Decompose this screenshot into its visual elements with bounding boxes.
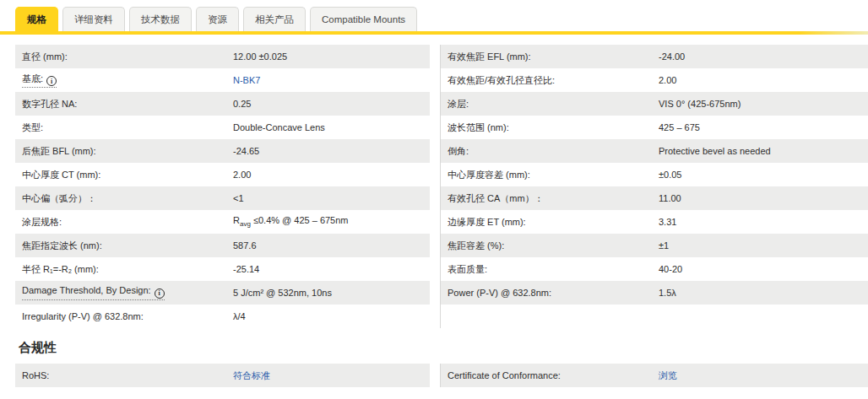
tab-label: 相关产品: [255, 14, 294, 24]
tab-details[interactable]: 详细资料: [62, 7, 125, 31]
spec-value: VIS 0° (425-675nm): [659, 99, 868, 109]
spec-label: 表面质量:: [448, 264, 487, 274]
spec-value: <1: [233, 193, 430, 203]
spec-label-wrap: Damage Threshold, By Design:i: [22, 285, 233, 300]
column-gap: [430, 116, 440, 139]
spec-label: 倒角:: [448, 146, 469, 156]
spec-cell-left: 直径 (mm): 12.00 ±0.025: [15, 45, 430, 68]
spec-label: 有效孔径 CA（mm）：: [448, 193, 544, 203]
spec-label: 中心偏（弧分）：: [22, 193, 96, 203]
tab-related-products[interactable]: 相关产品: [243, 7, 306, 31]
spec-label: 波长范围 (nm):: [448, 122, 509, 132]
spec-label-wrap: 中心厚度容差 (mm):: [448, 169, 659, 181]
column-gap: [430, 163, 440, 186]
spec-label-wrap: 基底:i: [22, 73, 233, 89]
spec-label: 有效焦距/有效孔径直径比:: [448, 75, 555, 85]
spec-value: -25.14: [233, 264, 430, 274]
column-gap: [430, 210, 440, 234]
spec-label: 类型:: [22, 122, 43, 132]
spec-cell-right: 涂层: VIS 0° (425-675nm): [440, 92, 868, 116]
spec-label-wrap: 边缘厚度 ET (mm):: [448, 216, 659, 229]
table-row: 后焦距 BFL (mm): -24.65 倒角: Protective beve…: [15, 139, 868, 163]
tab-label: 技术数据: [141, 14, 180, 24]
spec-cell-left: RoHS: 符合标准: [15, 364, 430, 387]
spec-value-link[interactable]: 浏览: [659, 369, 868, 382]
column-gap: [430, 68, 440, 92]
spec-value: ±0.05: [659, 170, 868, 180]
spec-value: λ/4: [233, 311, 430, 321]
spec-cell-right: 表面质量: 40-20: [440, 257, 868, 281]
spec-label: 焦距指定波长 (nm):: [22, 240, 102, 251]
spec-label: 焦距容差 (%):: [448, 240, 504, 251]
spec-label-wrap: 后焦距 BFL (mm):: [22, 145, 233, 158]
info-icon[interactable]: i: [46, 76, 57, 86]
spec-label: 后焦距 BFL (mm):: [22, 146, 96, 156]
column-gap: [430, 45, 440, 68]
spec-label: 有效焦距 EFL (mm):: [448, 51, 531, 62]
tab-compatible-mounts[interactable]: Compatible Mounts: [310, 7, 417, 31]
spec-label: 直径 (mm):: [22, 51, 68, 62]
column-gap: [430, 92, 440, 116]
spec-label-wrap: 波长范围 (nm):: [448, 121, 659, 134]
spec-label-wrap: 倒角:: [448, 145, 659, 158]
tab-label: Compatible Mounts: [322, 14, 405, 24]
spec-label-wrap: 中心厚度 CT (mm):: [22, 169, 233, 181]
spec-label-wrap: 有效孔径 CA（mm）：: [448, 192, 659, 205]
spec-cell-right: 有效焦距 EFL (mm): -24.00: [440, 45, 868, 68]
spec-cell-left: 数字孔径 NA: 0.25: [15, 92, 430, 116]
spec-cell-left: 焦距指定波长 (nm): 587.6: [15, 234, 430, 257]
spec-label-wrap: Power (P-V) @ 632.8nm:: [448, 288, 659, 298]
spec-label: RoHS:: [22, 370, 49, 380]
spec-label-wrap: 焦距容差 (%):: [448, 240, 659, 252]
table-row: 数字孔径 NA: 0.25 涂层: VIS 0° (425-675nm): [15, 92, 868, 116]
spec-cell-left: 后焦距 BFL (mm): -24.65: [15, 139, 430, 163]
spec-cell-right: Power (P-V) @ 632.8nm: 1.5λ: [440, 281, 868, 305]
spec-value: 425 – 675: [659, 122, 868, 132]
spec-label-wrap: 类型:: [22, 121, 233, 134]
table-row: 基底:i N-BK7 有效焦距/有效孔径直径比: 2.00: [15, 68, 868, 92]
spec-label-wrap: Irregularity (P-V) @ 632.8nm:: [22, 311, 233, 321]
spec-label: 中心厚度容差 (mm):: [448, 170, 530, 180]
spec-value: 11.00: [659, 193, 868, 203]
tab-label: 资源: [208, 14, 227, 24]
spec-value-link[interactable]: 符合标准: [233, 369, 430, 382]
spec-value-link[interactable]: N-BK7: [233, 75, 430, 85]
tab-resources[interactable]: 资源: [196, 7, 239, 31]
table-row: 直径 (mm): 12.00 ±0.025 有效焦距 EFL (mm): -24…: [15, 45, 868, 68]
spec-value: 3.31: [659, 217, 868, 227]
spec-cell-right: 中心厚度容差 (mm): ±0.05: [440, 163, 868, 186]
spec-value: Protective bevel as needed: [659, 146, 868, 156]
spec-value: Ravg ≤0.4% @ 425 – 675nm: [233, 215, 430, 228]
spec-label: Damage Threshold, By Design:: [22, 285, 151, 295]
column-gap: [430, 364, 440, 387]
spec-label-wrap: 涂层规格:: [22, 216, 233, 229]
spec-table: 直径 (mm): 12.00 ±0.025 有效焦距 EFL (mm): -24…: [15, 45, 868, 328]
spec-value: 40-20: [659, 264, 868, 274]
spec-label-wrap: 焦距指定波长 (nm):: [22, 240, 233, 252]
spec-cell-left: Irregularity (P-V) @ 632.8nm: λ/4: [15, 305, 430, 328]
column-gap: [430, 234, 440, 257]
spec-cell-left: Damage Threshold, By Design:i 5 J/cm² @ …: [15, 281, 430, 305]
spec-label-wrap: 有效焦距/有效孔径直径比:: [448, 74, 659, 87]
info-icon[interactable]: i: [155, 288, 165, 299]
spec-label-wrap: 中心偏（弧分）：: [22, 192, 233, 205]
spec-cell-right: 有效焦距/有效孔径直径比: 2.00: [440, 68, 868, 92]
table-row: Irregularity (P-V) @ 632.8nm: λ/4: [15, 305, 868, 328]
spec-label: Power (P-V) @ 632.8nm:: [448, 288, 551, 298]
spec-label: 基底:: [22, 73, 43, 84]
column-gap: [430, 281, 440, 305]
spec-label: 涂层规格:: [22, 217, 62, 227]
spec-label-wrap: 有效焦距 EFL (mm):: [448, 51, 659, 63]
tab-tech-data[interactable]: 技术数据: [129, 7, 192, 31]
tab-specs[interactable]: 规格: [15, 7, 58, 31]
spec-value: 1.5λ: [659, 288, 868, 298]
spec-value: 587.6: [233, 240, 430, 251]
table-row: 焦距指定波长 (nm): 587.6 焦距容差 (%): ±1: [15, 234, 868, 257]
spec-value: 5 J/cm² @ 532nm, 10ns: [233, 288, 430, 298]
spec-cell-right: 有效孔径 CA（mm）： 11.00: [440, 186, 868, 210]
spec-label-wrap: 数字孔径 NA:: [22, 98, 233, 111]
spec-value: Double-Concave Lens: [233, 122, 430, 132]
spec-value: -24.65: [233, 146, 430, 156]
spec-cell-left: 半径 R₁=-R₂ (mm): -25.14: [15, 257, 430, 281]
spec-label: 半径 R₁=-R₂ (mm):: [22, 264, 99, 274]
